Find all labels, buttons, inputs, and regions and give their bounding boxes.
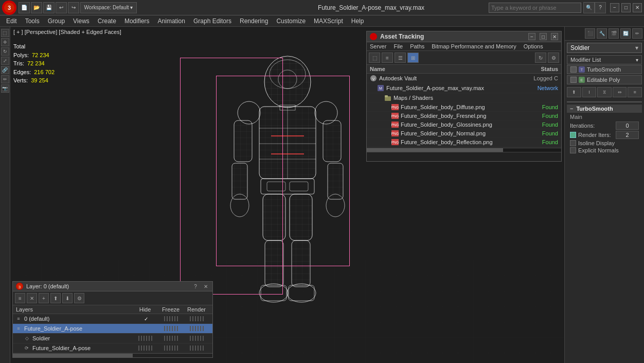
asset-minimize-btn[interactable]: − xyxy=(528,33,535,40)
rotate-tool[interactable]: ↻ xyxy=(1,47,9,56)
workspace-btn[interactable]: Workspace: Default ▾ xyxy=(80,2,137,13)
asset-menu-options[interactable]: Options xyxy=(524,43,543,49)
layer-row-default[interactable]: ≡ 0 (default) ✓ xyxy=(13,314,212,324)
help-icon[interactable]: ? xyxy=(595,2,606,13)
modifier-turbosmooth[interactable]: T TurboSmooth xyxy=(567,65,642,74)
paint-tool[interactable]: ✏ xyxy=(1,75,9,83)
asset-row-diffuse[interactable]: PNG Future_Soldier_body_Diffuse.png Foun… xyxy=(367,103,561,112)
rp-icon-4[interactable]: 🔄 xyxy=(620,28,631,39)
turbosmooth-label: TurboSmooth xyxy=(587,66,621,73)
modifier-list-label[interactable]: Modifier List ▾ xyxy=(567,55,642,64)
menu-animation[interactable]: Animation xyxy=(154,16,189,26)
link-tool[interactable]: 🔗 xyxy=(1,66,9,74)
asset-row-maps[interactable]: Maps / Shaders xyxy=(367,93,561,103)
asset-btn-3[interactable]: ☰ xyxy=(395,53,406,63)
explicit-checkbox[interactable] xyxy=(570,147,576,153)
asset-settings-btn[interactable]: ⚙ xyxy=(548,53,559,63)
diffuse-status: Found xyxy=(517,104,558,110)
rp-icon-1[interactable]: ⬛ xyxy=(585,28,595,39)
menu-modifiers[interactable]: Modifiers xyxy=(120,16,154,26)
edges-value: 216 702 xyxy=(34,68,55,77)
undo-btn[interactable]: ↩ xyxy=(56,2,67,13)
open-btn[interactable]: 📂 xyxy=(31,2,42,13)
explicit-label: Explicit Normals xyxy=(578,147,619,153)
layer-row-soldier-pose[interactable]: ≡ Future_Soldier_A-pose ✓ xyxy=(13,324,212,334)
layers-move-dn-btn[interactable]: ⬇ xyxy=(62,293,73,303)
layers-delete-btn[interactable]: ✕ xyxy=(27,293,37,303)
mod-btn-2[interactable]: I xyxy=(582,87,597,97)
asset-btn-1[interactable]: ⬚ xyxy=(369,53,380,63)
select-tool[interactable]: ⬚ xyxy=(1,29,9,37)
asset-menu-bitmap[interactable]: Bitmap Performance and Memory xyxy=(432,43,516,49)
mod-btn-4[interactable]: ⇔ xyxy=(613,87,627,97)
iterations-value[interactable]: 0 xyxy=(616,122,639,130)
rp-icon-2[interactable]: 🔧 xyxy=(597,28,607,39)
editablepoly-checkbox[interactable] xyxy=(570,77,577,83)
render-iters-value[interactable]: 2 xyxy=(616,131,639,139)
asset-refresh-btn[interactable]: ↻ xyxy=(535,53,546,63)
mod-btn-5[interactable]: ≡ xyxy=(628,87,642,97)
mod-btn-1[interactable]: ⬆ xyxy=(567,87,581,97)
maximize-btn[interactable]: □ xyxy=(621,3,631,12)
normal-status: Found xyxy=(517,130,558,136)
menu-rendering[interactable]: Rendering xyxy=(236,16,272,26)
render-iters-checkbox[interactable] xyxy=(570,132,576,138)
layer-row-apose[interactable]: ⟳ Future_Soldier_A-pose xyxy=(13,343,212,353)
isoline-label: Isoline Display xyxy=(578,140,615,146)
layers-scrollbar-thumb[interactable] xyxy=(13,354,133,358)
workspace-label: Workspace: Default ▾ xyxy=(84,5,133,10)
scale-tool[interactable]: ⤢ xyxy=(1,57,9,65)
rp-icon-3[interactable]: 🎬 xyxy=(609,28,619,39)
reflection-icon: PNG xyxy=(391,139,399,145)
menu-graph-editors[interactable]: Graph Editors xyxy=(189,16,236,26)
menu-maxscript[interactable]: MAXScript xyxy=(310,16,347,26)
layers-add-btn[interactable]: + xyxy=(39,293,49,303)
menu-edit[interactable]: Edit xyxy=(2,16,21,26)
svg-rect-24 xyxy=(261,179,314,194)
iterations-label: Iterations: xyxy=(570,123,595,129)
rp-icon-5[interactable]: ✏ xyxy=(632,28,642,39)
search-input[interactable] xyxy=(489,3,581,13)
save-btn[interactable]: 💾 xyxy=(43,2,55,13)
layers-close-btn[interactable]: ✕ xyxy=(202,283,209,290)
asset-row-reflection[interactable]: PNG Future_Soldier_body_Reflection.png F… xyxy=(367,138,561,147)
close-btn[interactable]: ✕ xyxy=(633,3,642,12)
redo-btn[interactable]: ↪ xyxy=(68,2,79,13)
search-icon[interactable]: 🔍 xyxy=(583,2,595,13)
menu-tools[interactable]: Tools xyxy=(21,16,44,26)
asset-menu-server[interactable]: Server xyxy=(370,43,386,49)
isoline-checkbox[interactable] xyxy=(570,140,576,146)
asset-row-normal[interactable]: PNG Future_Soldier_body_Normal.png Found xyxy=(367,129,561,138)
minimize-btn[interactable]: − xyxy=(610,3,619,12)
layers-col-name: Layers xyxy=(16,306,132,313)
asset-close-btn[interactable]: ✕ xyxy=(551,33,558,40)
layers-create-btn[interactable]: ≡ xyxy=(15,293,25,303)
menu-group[interactable]: Group xyxy=(44,16,69,26)
layers-move-up-btn[interactable]: ⬆ xyxy=(50,293,61,303)
menu-customize[interactable]: Customize xyxy=(272,16,310,26)
menu-help[interactable]: Help xyxy=(347,16,368,26)
layers-settings-btn[interactable]: ⚙ xyxy=(74,293,84,303)
asset-scrollbar[interactable] xyxy=(367,148,561,152)
menu-create[interactable]: Create xyxy=(94,16,120,26)
asset-row-fresnel[interactable]: PNG Future_Soldier_body_Fresnel.png Foun… xyxy=(367,112,561,120)
layers-help-btn[interactable]: ? xyxy=(192,283,199,290)
layer-row-soldier[interactable]: ◇ Soldier xyxy=(13,334,212,343)
mod-btn-3[interactable]: ⧖ xyxy=(597,87,612,97)
asset-row-maxfile[interactable]: M Future_Soldier_A-pose_max_vray.max Net… xyxy=(367,83,561,93)
modifier-editable-poly[interactable]: E Editable Poly xyxy=(567,75,642,84)
asset-row-glossines[interactable]: PNG Future_Soldier_body_Glossines.png Fo… xyxy=(367,120,561,129)
asset-menu-paths[interactable]: Paths xyxy=(410,43,424,49)
asset-btn-4[interactable]: ⊞ xyxy=(407,53,419,63)
asset-menu-file[interactable]: File xyxy=(393,43,403,49)
asset-btn-2[interactable]: ≡ xyxy=(382,53,393,63)
camera-tool[interactable]: 📷 xyxy=(1,84,9,93)
asset-maximize-btn[interactable]: □ xyxy=(540,33,547,40)
layers-scrollbar[interactable] xyxy=(13,353,212,357)
menu-views[interactable]: Views xyxy=(69,16,94,26)
asset-row-vault[interactable]: V Autodesk Vault Logged C xyxy=(367,74,561,83)
maxfile-icon: M xyxy=(377,84,384,92)
new-btn[interactable]: 📄 xyxy=(19,2,30,13)
turbosmooth-checkbox[interactable] xyxy=(570,66,577,73)
move-tool[interactable]: ✛ xyxy=(1,38,9,46)
